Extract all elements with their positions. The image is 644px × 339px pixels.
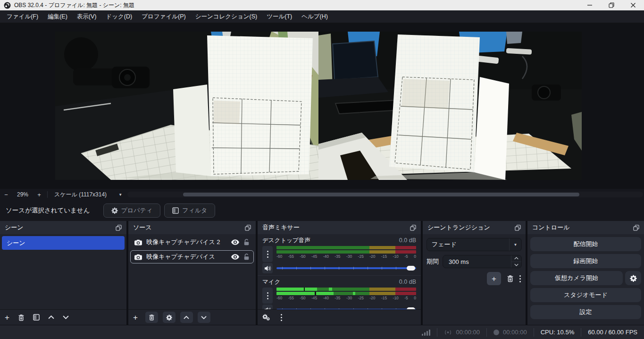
- channel-menu-button[interactable]: [262, 246, 273, 262]
- add-scene-button[interactable]: +: [5, 314, 9, 322]
- menu-item[interactable]: 編集(E): [43, 10, 72, 23]
- dock-area: シーン シーン + ソース: [0, 221, 644, 325]
- volume-slider[interactable]: [276, 306, 416, 309]
- volume-meter: -60-55-50-45-40-35-30-25-20-15-10-50: [276, 246, 416, 262]
- mute-speaker-button[interactable]: [262, 263, 273, 273]
- lock-icon[interactable]: [243, 254, 250, 260]
- remove-source-button[interactable]: [145, 312, 158, 323]
- add-source-button[interactable]: +: [133, 314, 138, 322]
- menu-item[interactable]: プロファイル(P): [137, 10, 190, 23]
- channel-menu-button[interactable]: [262, 288, 273, 304]
- mixer-menu-button[interactable]: [281, 314, 282, 321]
- slider-handle[interactable]: [407, 266, 415, 271]
- meter-tick-label: -30: [346, 254, 352, 259]
- transitions-header[interactable]: シーントランジション: [423, 221, 526, 234]
- volume-meter: -60-55-50-45-40-35-30-25-20-15-10-50: [276, 288, 416, 304]
- move-scene-up-button[interactable]: [48, 315, 54, 319]
- slider-handle[interactable]: [407, 307, 415, 309]
- status-bar: 00:00:00 00:00:00 CPU: 10.5% 60.00 / 60.…: [0, 325, 644, 339]
- scenes-list[interactable]: シーン: [0, 234, 126, 309]
- filters-label: フィルタ: [182, 206, 207, 215]
- scene-list-item[interactable]: シーン: [2, 236, 125, 250]
- mixer-header[interactable]: 音声ミキサー: [258, 221, 421, 234]
- divider: [47, 191, 48, 198]
- menu-item[interactable]: ドック(D): [101, 10, 137, 23]
- transition-menu-button[interactable]: [519, 275, 521, 282]
- mute-speaker-button[interactable]: [262, 305, 273, 309]
- restore-button[interactable]: [601, 0, 622, 10]
- meter-tick-label: -45: [311, 254, 317, 259]
- source-row[interactable]: 映像キャプチャデバイス 2: [130, 236, 254, 249]
- sources-list[interactable]: 映像キャプチャデバイス 2 映像キャプチャデバイス: [128, 234, 256, 309]
- filters-button[interactable]: フィルタ: [164, 203, 215, 218]
- preview-area[interactable]: [0, 23, 644, 189]
- popout-icon[interactable]: [116, 225, 122, 231]
- meter-bar: [276, 250, 416, 254]
- zoom-out-button[interactable]: −: [0, 191, 12, 198]
- popout-icon[interactable]: [245, 225, 251, 231]
- duration-spinbox[interactable]: 300 ms: [443, 255, 522, 268]
- transitions-title: シーントランジション: [427, 223, 490, 232]
- obs-window: OBS 32.0.4 - プロファイル: 無題 - シーン: 無題 ファイル(F…: [0, 0, 644, 339]
- channel-db-value: 0.0 dB: [399, 237, 416, 244]
- scale-dropdown-button[interactable]: ▼: [113, 193, 127, 197]
- visibility-eye-icon[interactable]: [231, 254, 239, 260]
- minimize-button[interactable]: [579, 0, 601, 10]
- sources-header[interactable]: ソース: [128, 221, 256, 234]
- spin-up-button[interactable]: [511, 255, 521, 262]
- move-source-up-button[interactable]: [180, 312, 193, 323]
- meter-tick-label: -50: [300, 254, 305, 259]
- meter-tick-label: -15: [381, 296, 387, 300]
- lock-icon[interactable]: [243, 239, 250, 246]
- stream-time: 00:00:00: [437, 328, 486, 337]
- slider-ticks: [282, 267, 410, 270]
- controls-header[interactable]: コントロール: [527, 221, 644, 234]
- volume-slider[interactable]: [276, 265, 416, 271]
- menu-item[interactable]: ファイル(F): [2, 10, 43, 23]
- settings-button[interactable]: 設定: [530, 305, 641, 319]
- menu-item[interactable]: ヘルプ(H): [297, 10, 333, 23]
- visibility-eye-icon[interactable]: [231, 239, 239, 245]
- slider-ticks: [282, 308, 410, 309]
- menu-item[interactable]: ツール(T): [262, 10, 297, 23]
- advanced-audio-gears-icon[interactable]: [262, 314, 270, 321]
- move-scene-down-button[interactable]: [63, 315, 69, 319]
- popout-icon[interactable]: [633, 225, 639, 231]
- chevron-down-icon[interactable]: ▼: [509, 238, 521, 251]
- duration-value[interactable]: 300 ms: [443, 255, 511, 268]
- menu-item[interactable]: シーンコレクション(S): [191, 10, 262, 23]
- preview-horizontal-scrollbar[interactable]: [127, 192, 643, 197]
- remove-transition-button[interactable]: [507, 275, 514, 282]
- source-label: 映像キャプチャデバイス: [146, 253, 227, 261]
- popout-icon[interactable]: [515, 225, 521, 231]
- menu-item[interactable]: 表示(V): [72, 10, 101, 23]
- channel-db-value: 0.0 dB: [399, 279, 416, 285]
- mixer-channel-mic: マイク 0.0 dB -60-55-50-45-40-35-30-25-20-1…: [258, 275, 421, 309]
- zoom-in-button[interactable]: +: [33, 191, 45, 198]
- popout-icon[interactable]: [410, 225, 416, 231]
- source-row[interactable]: 映像キャプチャデバイス: [130, 250, 254, 263]
- start-streaming-button[interactable]: 配信開始: [530, 237, 641, 251]
- meter-tick-label: 0: [414, 254, 416, 259]
- move-source-down-button[interactable]: [198, 312, 210, 323]
- spin-down-button[interactable]: [511, 262, 521, 268]
- fps-counter: 60.00 / 60.00 FPS: [581, 328, 644, 337]
- properties-button[interactable]: プロパティ: [103, 203, 161, 218]
- properties-label: プロパティ: [121, 206, 153, 215]
- add-transition-button[interactable]: +: [487, 272, 501, 285]
- scrollbar-thumb[interactable]: [183, 193, 579, 196]
- scene-filters-button[interactable]: [33, 314, 40, 321]
- close-button[interactable]: [622, 0, 644, 10]
- start-virtual-camera-button[interactable]: 仮想カメラ開始: [530, 271, 623, 285]
- program-canvas[interactable]: [55, 32, 582, 180]
- meter-scale: -60-55-50-45-40-35-30-25-20-15-10-50: [276, 254, 416, 259]
- mixer-body: デスクトップ音声 0.0 dB -60-55-50-45-40-35-30-25…: [258, 234, 421, 309]
- source-properties-button[interactable]: [163, 312, 176, 323]
- transition-select[interactable]: フェード ▼: [427, 238, 522, 251]
- scenes-header[interactable]: シーン: [0, 221, 126, 234]
- remove-scene-button[interactable]: [18, 314, 25, 321]
- start-recording-button[interactable]: 録画開始: [530, 254, 641, 268]
- studio-mode-button[interactable]: スタジオモード: [530, 288, 641, 302]
- virtual-camera-settings-button[interactable]: [625, 271, 641, 285]
- record-time-value: 00:00:00: [503, 329, 527, 336]
